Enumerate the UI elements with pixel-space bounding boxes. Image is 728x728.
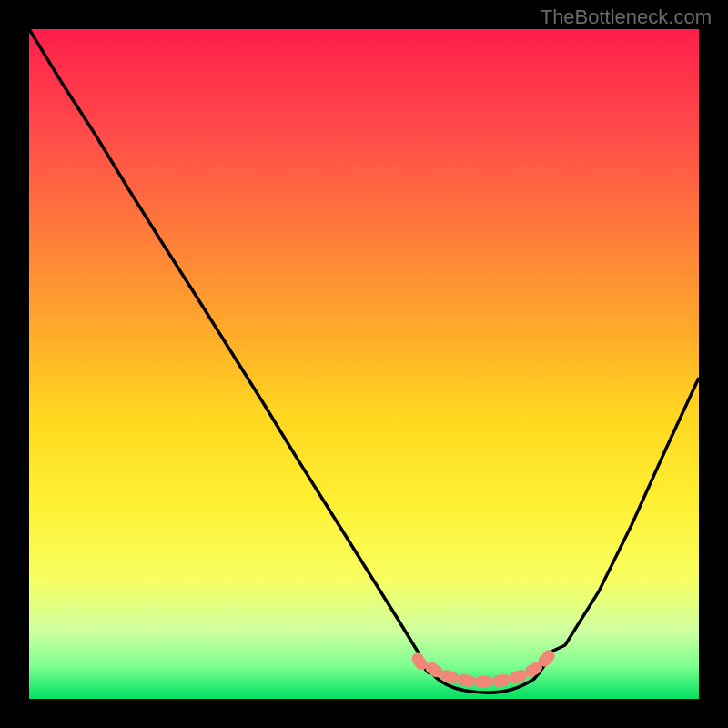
frame-left [0,0,29,728]
watermark-text: TheBottleneck.com [541,5,712,29]
frame-right [699,0,728,728]
gradient-background [29,29,699,699]
frame-bottom [0,699,728,728]
